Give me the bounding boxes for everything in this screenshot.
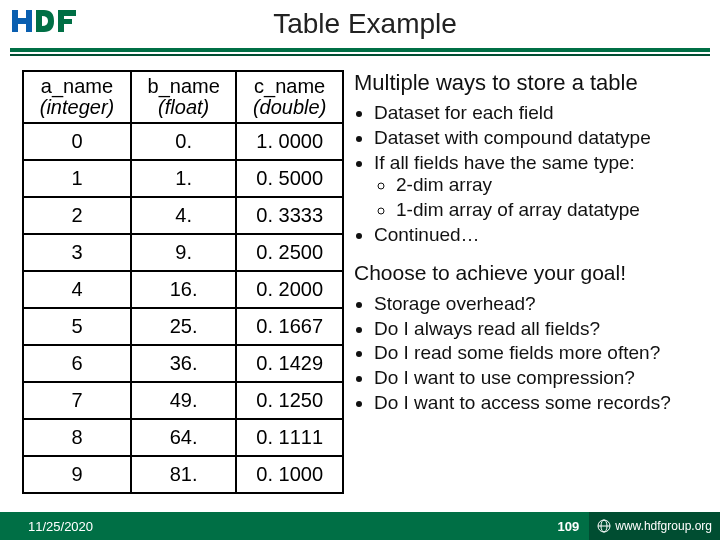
table-cell: 0. 1000	[236, 456, 343, 493]
slide-title: Table Example	[80, 8, 720, 40]
table-cell: 16.	[131, 271, 236, 308]
hdf-logo	[10, 4, 80, 44]
bullet-list-2: Storage overhead? Do I always read all f…	[374, 293, 710, 415]
list-item: If all fields have the same type: 2-dim …	[374, 152, 710, 222]
table-cell: 6	[23, 345, 131, 382]
table-cell: 3	[23, 234, 131, 271]
divider-thick	[10, 48, 710, 52]
table-cell: 25.	[131, 308, 236, 345]
table-cell: 5	[23, 308, 131, 345]
table-row: 00.1. 0000	[23, 123, 343, 160]
right-heading-2: Choose to achieve your goal!	[354, 261, 710, 285]
table-cell: 7	[23, 382, 131, 419]
table-cell: 1. 0000	[236, 123, 343, 160]
table-cell: 0. 1429	[236, 345, 343, 382]
bullet-list-1: Dataset for each field Dataset with comp…	[374, 102, 710, 247]
table-cell: 0	[23, 123, 131, 160]
table-row: 39.0. 2500	[23, 234, 343, 271]
list-item: Dataset for each field	[374, 102, 710, 125]
list-item: 2-dim array	[396, 174, 710, 197]
table-cell: 0. 2500	[236, 234, 343, 271]
table-cell: 0.	[131, 123, 236, 160]
col-header-a: a_name (integer)	[23, 71, 131, 123]
table-cell: 8	[23, 419, 131, 456]
list-item: Do I always read all fields?	[374, 318, 710, 341]
table-row: 636.0. 1429	[23, 345, 343, 382]
table-row: 525.0. 1667	[23, 308, 343, 345]
table-cell: 0. 2000	[236, 271, 343, 308]
col-header-b: b_name (float)	[131, 71, 236, 123]
table-cell: 0. 1250	[236, 382, 343, 419]
table-cell: 49.	[131, 382, 236, 419]
footer-date: 11/25/2020	[28, 519, 93, 534]
table-row: 24.0. 3333	[23, 197, 343, 234]
divider-thin	[10, 54, 710, 56]
table-cell: 9.	[131, 234, 236, 271]
table-row: 416.0. 2000	[23, 271, 343, 308]
table-cell: 1	[23, 160, 131, 197]
table-row: 11.0. 5000	[23, 160, 343, 197]
table-cell: 36.	[131, 345, 236, 382]
table-cell: 2	[23, 197, 131, 234]
right-heading-1: Multiple ways to store a table	[354, 70, 710, 96]
col-header-c: c_name (double)	[236, 71, 343, 123]
table-cell: 64.	[131, 419, 236, 456]
table-cell: 4.	[131, 197, 236, 234]
table-cell: 0. 1667	[236, 308, 343, 345]
svg-rect-5	[58, 19, 72, 24]
table-row: 864.0. 1111	[23, 419, 343, 456]
table-row: 981.0. 1000	[23, 456, 343, 493]
table-cell: 9	[23, 456, 131, 493]
table-cell: 4	[23, 271, 131, 308]
footer: 11/25/2020 109 www.hdfgroup.org	[0, 512, 720, 540]
page-number: 109	[558, 519, 580, 534]
list-item: Continued…	[374, 224, 710, 247]
list-item: 1-dim array of array datatype	[396, 199, 710, 222]
table-cell: 0. 1111	[236, 419, 343, 456]
list-item: Do I want to use compression?	[374, 367, 710, 390]
footer-url: www.hdfgroup.org	[615, 519, 712, 533]
list-item: Do I want to access some records?	[374, 392, 710, 415]
svg-rect-2	[12, 18, 32, 24]
footer-badge: www.hdfgroup.org	[589, 512, 720, 540]
table-cell: 1.	[131, 160, 236, 197]
table-cell: 81.	[131, 456, 236, 493]
table-row: 749.0. 1250	[23, 382, 343, 419]
data-table: a_name (integer) b_name (float) c_name (…	[22, 70, 344, 494]
table-cell: 0. 3333	[236, 197, 343, 234]
list-item: Storage overhead?	[374, 293, 710, 316]
list-item: Dataset with compound datatype	[374, 127, 710, 150]
list-item: Do I read some fields more often?	[374, 342, 710, 365]
globe-icon	[597, 519, 611, 533]
table-cell: 0. 5000	[236, 160, 343, 197]
